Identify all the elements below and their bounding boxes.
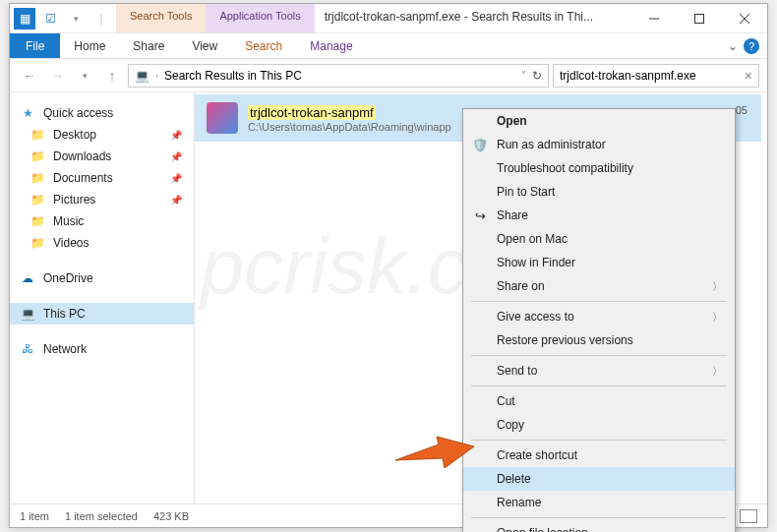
maximize-button[interactable] [677,4,722,32]
svg-rect-1 [695,14,704,23]
shield-icon: 🛡️ [471,138,489,152]
ctx-separator [471,517,727,518]
ctx-open-file-location[interactable]: Open file location [463,521,735,532]
explorer-icon: ▦ [14,8,35,30]
ctx-share[interactable]: ↪Share [463,204,735,227]
selection-count: 1 item selected [65,510,138,522]
ctx-rename[interactable]: Rename [463,491,735,514]
title-bar: ▦ ☑ ▾ | Search Tools Application Tools t… [10,4,767,33]
search-input[interactable] [560,69,739,83]
ctx-show-in-finder[interactable]: Show in Finder [463,251,735,274]
address-bar: ← → ▾ ↑ 💻 › Search Results in This PC ˅ … [10,59,767,92]
ctx-separator [471,355,727,356]
qat-properties-icon[interactable]: ☑ [39,8,61,30]
minimize-button[interactable] [631,4,677,32]
ribbon: File Home Share View Search Manage ⌄ ? [10,33,767,59]
location-text: Search Results in This PC [164,69,302,83]
sidebar-item-documents[interactable]: 📁Documents📌 [10,167,194,189]
breadcrumb[interactable]: 💻 › Search Results in This PC ˅ ↻ [128,64,549,88]
ctx-separator [471,440,727,441]
ctx-copy[interactable]: Copy [463,413,735,437]
svg-marker-4 [395,437,474,468]
window-title: trjdlcot-trokan-sanpmf.exe - Search Resu… [315,4,631,32]
sidebar-item-network[interactable]: 🖧Network [10,338,194,360]
navigation-pane: ★ Quick access 📁Desktop📌 📁Downloads📌 📁Do… [10,92,195,503]
qat-dropdown-icon[interactable]: ▾ [65,8,87,30]
close-icon [740,14,749,24]
tab-manage[interactable]: Manage [296,34,366,58]
up-button[interactable]: ↑ [100,64,124,88]
search-box[interactable]: × [553,64,759,88]
sidebar-item-music[interactable]: 📁Music [10,210,194,232]
refresh-icon[interactable]: ↻ [532,69,542,83]
ctx-delete[interactable]: Delete [463,467,735,491]
tab-search[interactable]: Search [231,34,296,58]
file-tab[interactable]: File [10,33,60,58]
recent-locations-button[interactable]: ▾ [73,64,96,88]
sidebar-item-videos[interactable]: 📁Videos [10,232,194,254]
back-button[interactable]: ← [18,64,41,88]
item-count: 1 item [20,510,49,522]
sidebar-item-downloads[interactable]: 📁Downloads📌 [10,146,194,167]
ctx-restore-versions[interactable]: Restore previous versions [463,328,735,352]
search-tools-tab-header[interactable]: Search Tools [116,4,206,32]
folder-icon: 📁 [30,148,45,164]
ctx-open[interactable]: Open [463,109,735,133]
tab-view[interactable]: View [178,34,231,58]
result-date-fragment: 05 [736,104,747,116]
minimize-icon [649,14,659,24]
ctx-open-on-mac[interactable]: Open on Mac [463,227,735,251]
ctx-create-shortcut[interactable]: Create shortcut [463,443,735,467]
onedrive-icon: ☁ [20,270,35,286]
ctx-share-on[interactable]: Share on〉 [463,274,735,298]
quick-access-header[interactable]: ★ Quick access [10,102,194,124]
ctx-run-as-admin[interactable]: 🛡️Run as administrator [463,133,735,156]
window-controls [631,4,767,32]
close-button[interactable] [722,4,767,32]
maximize-icon [694,14,704,24]
contextual-tabs: Search Tools Application Tools [116,4,315,32]
result-filepath: C:\Users\tomas\AppData\Roaming\winapp [248,121,451,133]
pin-icon: 📌 [170,173,182,184]
folder-icon: 📁 [30,192,45,207]
forward-button[interactable]: → [45,64,69,88]
sidebar-item-onedrive[interactable]: ☁OneDrive [10,267,194,289]
chevron-right-icon: 〉 [712,279,723,294]
star-icon: ★ [20,105,35,121]
selection-size: 423 KB [153,510,189,522]
pc-icon: 💻 [20,306,35,322]
exe-file-icon [207,102,238,134]
ctx-give-access[interactable]: Give access to〉 [463,305,735,328]
qat-separator: | [90,8,112,30]
ctx-separator [471,385,727,386]
sidebar-item-desktop[interactable]: 📁Desktop📌 [10,124,194,146]
chevron-right-icon: 〉 [712,364,723,379]
ctx-troubleshoot[interactable]: Troubleshoot compatibility [463,156,735,180]
pin-icon: 📌 [170,151,182,162]
pin-icon: 📌 [170,130,182,141]
ctx-pin-to-start[interactable]: Pin to Start [463,180,735,204]
large-icons-view-button[interactable] [740,509,757,523]
ctx-cut[interactable]: Cut [463,389,735,413]
folder-icon: 📁 [30,170,45,186]
tab-share[interactable]: Share [119,34,178,58]
folder-icon: 📁 [30,213,45,229]
clear-search-icon[interactable]: × [739,68,752,84]
ctx-send-to[interactable]: Send to〉 [463,359,735,383]
application-tools-tab-header[interactable]: Application Tools [206,4,314,32]
sidebar-item-thispc[interactable]: 💻This PC [10,303,194,325]
sidebar-item-pictures[interactable]: 📁Pictures📌 [10,189,194,210]
location-icon: 💻 [135,69,149,83]
pin-icon: 📌 [170,195,182,206]
share-icon: ↪ [471,208,489,223]
ctx-separator [471,301,727,302]
chevron-right-icon: 〉 [712,310,723,325]
folder-icon: 📁 [30,235,45,251]
ribbon-expand-icon[interactable]: ⌄ [728,39,738,53]
tab-home[interactable]: Home [60,34,119,58]
network-icon: 🖧 [20,341,35,357]
callout-arrow-icon [395,431,474,474]
context-menu: Open 🛡️Run as administrator Troubleshoot… [462,108,736,532]
folder-icon: 📁 [30,127,45,143]
help-icon[interactable]: ? [744,38,759,54]
